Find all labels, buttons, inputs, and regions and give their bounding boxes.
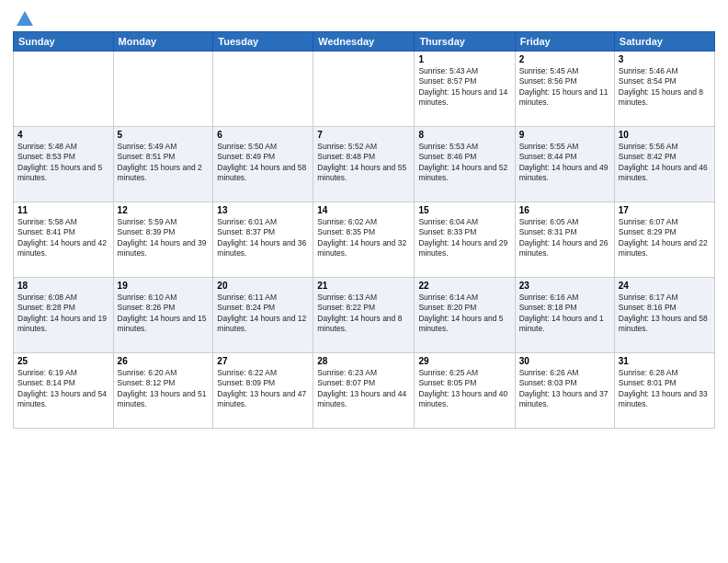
calendar-cell: 19Sunrise: 6:10 AM Sunset: 8:26 PM Dayli…	[113, 278, 213, 353]
cell-info: Sunrise: 6:02 AM Sunset: 8:35 PM Dayligh…	[317, 217, 410, 259]
cell-date: 2	[519, 54, 610, 64]
cell-date: 18	[17, 281, 109, 291]
calendar-cell: 6Sunrise: 5:50 AM Sunset: 8:49 PM Daylig…	[213, 127, 313, 202]
calendar-cell: 31Sunrise: 6:28 AM Sunset: 8:01 PM Dayli…	[614, 353, 714, 429]
calendar-cell: 30Sunrise: 6:26 AM Sunset: 8:03 PM Dayli…	[515, 353, 614, 429]
calendar-cell: 9Sunrise: 5:55 AM Sunset: 8:44 PM Daylig…	[515, 127, 614, 202]
logo-text	[13, 9, 35, 29]
calendar-cell: 4Sunrise: 5:48 AM Sunset: 8:53 PM Daylig…	[14, 127, 114, 202]
cell-info: Sunrise: 6:01 AM Sunset: 8:37 PM Dayligh…	[217, 217, 309, 259]
cell-info: Sunrise: 5:53 AM Sunset: 8:46 PM Dayligh…	[418, 142, 510, 184]
calendar-cell: 2Sunrise: 5:45 AM Sunset: 8:56 PM Daylig…	[515, 52, 614, 127]
svg-marker-0	[17, 11, 33, 26]
cell-date: 31	[619, 356, 711, 366]
cell-info: Sunrise: 5:46 AM Sunset: 8:54 PM Dayligh…	[619, 66, 711, 109]
cell-info: Sunrise: 6:20 AM Sunset: 8:12 PM Dayligh…	[118, 368, 210, 410]
header	[13, 9, 715, 26]
cell-date: 25	[17, 356, 109, 366]
cell-info: Sunrise: 6:14 AM Sunset: 8:20 PM Dayligh…	[418, 293, 510, 335]
calendar-cell: 28Sunrise: 6:23 AM Sunset: 8:07 PM Dayli…	[313, 353, 415, 429]
calendar-cell: 26Sunrise: 6:20 AM Sunset: 8:12 PM Dayli…	[113, 353, 213, 429]
calendar-cell: 27Sunrise: 6:22 AM Sunset: 8:09 PM Dayli…	[213, 353, 313, 429]
cell-date: 29	[418, 356, 510, 366]
cell-info: Sunrise: 5:50 AM Sunset: 8:49 PM Dayligh…	[217, 142, 309, 184]
calendar-cell: 29Sunrise: 6:25 AM Sunset: 8:05 PM Dayli…	[415, 353, 515, 429]
cell-date: 5	[118, 130, 210, 140]
cell-date: 21	[317, 281, 410, 291]
cell-date: 16	[519, 205, 610, 215]
calendar-cell: 16Sunrise: 6:05 AM Sunset: 8:31 PM Dayli…	[515, 202, 614, 278]
cell-info: Sunrise: 6:25 AM Sunset: 8:05 PM Dayligh…	[418, 368, 510, 410]
cell-date: 20	[217, 281, 309, 291]
cell-date: 23	[519, 281, 610, 291]
cell-info: Sunrise: 6:10 AM Sunset: 8:26 PM Dayligh…	[118, 293, 210, 335]
cell-date: 11	[17, 205, 109, 215]
calendar-cell: 11Sunrise: 5:58 AM Sunset: 8:41 PM Dayli…	[14, 202, 114, 278]
calendar-cell: 24Sunrise: 6:17 AM Sunset: 8:16 PM Dayli…	[614, 278, 714, 353]
calendar-cell: 8Sunrise: 5:53 AM Sunset: 8:46 PM Daylig…	[415, 127, 515, 202]
calendar-cell: 7Sunrise: 5:52 AM Sunset: 8:48 PM Daylig…	[313, 127, 415, 202]
cell-date: 19	[118, 281, 210, 291]
cell-date: 22	[418, 281, 510, 291]
cell-date: 4	[17, 130, 109, 140]
cell-date: 12	[118, 205, 210, 215]
calendar-cell: 1Sunrise: 5:43 AM Sunset: 8:57 PM Daylig…	[415, 52, 515, 127]
cell-date: 26	[118, 356, 210, 366]
cell-info: Sunrise: 6:04 AM Sunset: 8:33 PM Dayligh…	[418, 217, 510, 259]
cell-info: Sunrise: 5:56 AM Sunset: 8:42 PM Dayligh…	[619, 142, 711, 184]
cell-info: Sunrise: 5:58 AM Sunset: 8:41 PM Dayligh…	[17, 217, 109, 259]
cell-info: Sunrise: 5:48 AM Sunset: 8:53 PM Dayligh…	[17, 142, 109, 184]
cell-date: 6	[217, 130, 309, 140]
calendar-cell	[213, 52, 313, 127]
cell-info: Sunrise: 6:17 AM Sunset: 8:16 PM Dayligh…	[619, 293, 711, 335]
cell-date: 7	[317, 130, 410, 140]
cell-date: 13	[217, 205, 309, 215]
cell-date: 24	[619, 281, 711, 291]
col-wednesday: Wednesday	[313, 32, 415, 52]
cell-info: Sunrise: 6:11 AM Sunset: 8:24 PM Dayligh…	[217, 293, 309, 335]
logo	[13, 9, 35, 26]
cell-date: 27	[217, 356, 309, 366]
col-friday: Friday	[515, 32, 614, 52]
cell-info: Sunrise: 6:26 AM Sunset: 8:03 PM Dayligh…	[519, 368, 610, 410]
calendar-cell: 25Sunrise: 6:19 AM Sunset: 8:14 PM Dayli…	[14, 353, 114, 429]
calendar-cell: 17Sunrise: 6:07 AM Sunset: 8:29 PM Dayli…	[614, 202, 714, 278]
col-monday: Monday	[113, 32, 213, 52]
calendar-week-1: 1Sunrise: 5:43 AM Sunset: 8:57 PM Daylig…	[14, 52, 715, 127]
cell-date: 14	[317, 205, 410, 215]
calendar-cell: 22Sunrise: 6:14 AM Sunset: 8:20 PM Dayli…	[415, 278, 515, 353]
calendar: Sunday Monday Tuesday Wednesday Thursday…	[13, 31, 715, 429]
cell-info: Sunrise: 6:13 AM Sunset: 8:22 PM Dayligh…	[317, 293, 410, 335]
calendar-cell: 15Sunrise: 6:04 AM Sunset: 8:33 PM Dayli…	[415, 202, 515, 278]
calendar-cell	[113, 52, 213, 127]
calendar-cell	[14, 52, 114, 127]
calendar-week-5: 25Sunrise: 6:19 AM Sunset: 8:14 PM Dayli…	[14, 353, 715, 429]
calendar-cell: 3Sunrise: 5:46 AM Sunset: 8:54 PM Daylig…	[614, 52, 714, 127]
calendar-cell: 18Sunrise: 6:08 AM Sunset: 8:28 PM Dayli…	[14, 278, 114, 353]
cell-date: 9	[519, 130, 610, 140]
calendar-cell: 20Sunrise: 6:11 AM Sunset: 8:24 PM Dayli…	[213, 278, 313, 353]
cell-info: Sunrise: 6:19 AM Sunset: 8:14 PM Dayligh…	[17, 368, 109, 410]
cell-info: Sunrise: 6:28 AM Sunset: 8:01 PM Dayligh…	[619, 368, 711, 410]
cell-info: Sunrise: 5:49 AM Sunset: 8:51 PM Dayligh…	[118, 142, 210, 184]
calendar-cell	[313, 52, 415, 127]
col-thursday: Thursday	[415, 32, 515, 52]
calendar-cell: 5Sunrise: 5:49 AM Sunset: 8:51 PM Daylig…	[113, 127, 213, 202]
calendar-cell: 14Sunrise: 6:02 AM Sunset: 8:35 PM Dayli…	[313, 202, 415, 278]
cell-date: 30	[519, 356, 610, 366]
calendar-week-3: 11Sunrise: 5:58 AM Sunset: 8:41 PM Dayli…	[14, 202, 715, 278]
cell-info: Sunrise: 5:52 AM Sunset: 8:48 PM Dayligh…	[317, 142, 410, 184]
cell-info: Sunrise: 6:07 AM Sunset: 8:29 PM Dayligh…	[619, 217, 711, 259]
cell-date: 10	[619, 130, 711, 140]
cell-date: 28	[317, 356, 410, 366]
page: Sunday Monday Tuesday Wednesday Thursday…	[0, 0, 728, 563]
col-tuesday: Tuesday	[213, 32, 313, 52]
calendar-week-4: 18Sunrise: 6:08 AM Sunset: 8:28 PM Dayli…	[14, 278, 715, 353]
calendar-cell: 13Sunrise: 6:01 AM Sunset: 8:37 PM Dayli…	[213, 202, 313, 278]
cell-info: Sunrise: 5:55 AM Sunset: 8:44 PM Dayligh…	[519, 142, 610, 184]
cell-info: Sunrise: 5:45 AM Sunset: 8:56 PM Dayligh…	[519, 66, 610, 109]
calendar-cell: 21Sunrise: 6:13 AM Sunset: 8:22 PM Dayli…	[313, 278, 415, 353]
cell-info: Sunrise: 5:59 AM Sunset: 8:39 PM Dayligh…	[118, 217, 210, 259]
logo-icon	[15, 9, 35, 29]
cell-info: Sunrise: 5:43 AM Sunset: 8:57 PM Dayligh…	[418, 66, 510, 109]
